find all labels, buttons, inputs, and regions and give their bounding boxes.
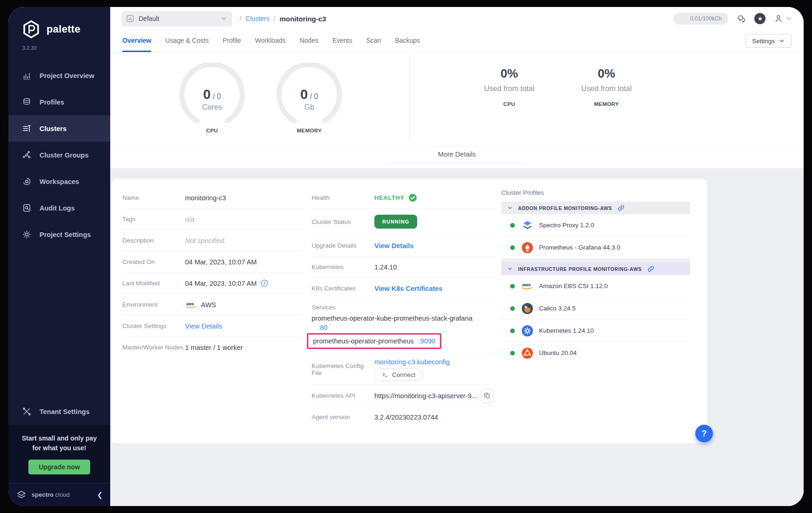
tab-workloads[interactable]: Workloads — [255, 30, 286, 52]
user-menu[interactable] — [773, 13, 792, 24]
breadcrumb-separator: / — [273, 15, 275, 22]
sidebar: palette 3.2.30 Project Overview Profiles… — [8, 7, 110, 506]
more-details-button[interactable]: More Details — [387, 151, 527, 164]
chevron-down-icon — [779, 38, 785, 44]
service-grafana-port-link[interactable]: :80 — [318, 324, 496, 331]
settings-button[interactable]: Settings — [745, 34, 792, 48]
user-icon — [773, 13, 784, 24]
master-worker-value: 1 master / 1 worker — [185, 344, 243, 351]
detail-row-created-on: Created On 04 Mar, 2023, 10:07 AM — [122, 251, 302, 273]
sidebar-item-project-settings[interactable]: Project Settings — [8, 221, 110, 248]
gauge-unit: Cores — [177, 103, 247, 112]
svg-text:aws: aws — [186, 301, 194, 306]
tab-events[interactable]: Events — [333, 30, 353, 52]
profile-item-spectro-proxy[interactable]: Spectro Proxy 1.2.0 — [501, 214, 690, 237]
detail-row-cluster-settings: Cluster Settings View Details — [122, 316, 302, 337]
detail-row-tags: Tags n/a — [122, 209, 302, 230]
help-button[interactable]: ? — [695, 425, 713, 442]
sidebar-footer: spectro cloud ❮ — [8, 483, 110, 506]
copy-icon — [484, 392, 491, 399]
tab-usage-costs[interactable]: Usage & Costs — [165, 30, 208, 52]
network-icon — [22, 150, 32, 160]
detail-row-description: Description Not specified. — [122, 230, 302, 251]
tab-nodes[interactable]: Nodes — [300, 30, 318, 52]
chat-icon[interactable] — [736, 13, 746, 24]
app-version: 3.2.30 — [22, 45, 110, 51]
breadcrumb-clusters-link[interactable]: Clusters — [246, 15, 269, 22]
star-badge-icon[interactable] — [754, 13, 765, 24]
addon-profile-section-header[interactable]: ADDON PROFILE MONITORING-AWS — [501, 202, 690, 214]
agent-version-value: 3.2.4/20230223.0744 — [374, 414, 438, 421]
details-middle-column: Health HEALTHY Cluster Status RUNNING — [312, 187, 496, 428]
info-icon[interactable] — [260, 279, 268, 287]
detail-row-last-modified: Last Modified 04 Mar, 2023, 10:07 AM — [122, 273, 302, 294]
bar-chart-icon — [22, 71, 32, 80]
footer-brand-light: cloud — [55, 491, 70, 498]
status-dot — [510, 223, 515, 228]
detail-row-health: Health HEALTHY — [312, 187, 496, 209]
footer-brand-bold: spectro — [32, 491, 53, 498]
sidebar-item-label: Audit Logs — [40, 204, 75, 212]
detail-row-nodes: Master/Worker Nodes 1 master / 1 worker — [122, 337, 302, 358]
sidebar-item-audit-logs[interactable]: Audit Logs — [8, 195, 110, 221]
gauge-sep: / — [310, 92, 312, 100]
detail-label: Name — [122, 194, 185, 201]
promo-text-line1: Start small and only pay — [13, 434, 106, 443]
sidebar-nav: Project Overview Profiles Clusters Clust… — [8, 62, 110, 248]
sidebar-item-workspaces[interactable]: Workspaces — [8, 168, 110, 195]
tools-icon — [22, 407, 32, 416]
aws-icon: aws — [521, 280, 533, 292]
detail-label: Health — [312, 194, 374, 201]
detail-label: Last Modified — [122, 280, 185, 287]
upgrade-view-details-link[interactable]: View Details — [374, 242, 413, 250]
memory-gauge: 0 / 0 Gb MEMORY — [274, 63, 344, 133]
sidebar-item-cluster-groups[interactable]: Cluster Groups — [8, 142, 110, 168]
detail-label: Cluster Status — [312, 218, 374, 225]
tab-profile[interactable]: Profile — [223, 30, 241, 52]
section-header-label: ADDON PROFILE MONITORING-AWS — [518, 205, 612, 211]
detail-row-upgrade: Upgrade Details View Details — [312, 235, 496, 256]
kubernetes-version-value: 1.24.10 — [374, 263, 397, 271]
profile-item-prometheus-grafana[interactable]: Prometheus - Grafana 44.3.0 — [501, 237, 690, 259]
sidebar-item-clusters[interactable]: Clusters — [8, 115, 110, 142]
palette-logo: palette — [8, 7, 110, 39]
copy-button[interactable] — [481, 389, 494, 403]
link-icon[interactable] — [617, 204, 625, 212]
sidebar-item-project-overview[interactable]: Project Overview — [8, 62, 110, 89]
running-status-badge[interactable]: RUNNING — [374, 215, 417, 229]
environment-text: AWS — [201, 301, 216, 309]
profile-item-kubernetes[interactable]: Kubernetes 1.24.10 — [501, 320, 690, 342]
profile-item-ubuntu[interactable]: Ubuntu 20.04 — [501, 342, 690, 364]
view-k8s-certificates-link[interactable]: View K8s Certificates — [374, 285, 442, 292]
link-icon[interactable] — [647, 265, 655, 273]
infrastructure-profile-section-header[interactable]: INFRASTRUCTURE PROFILE MONITORING-AWS — [501, 263, 690, 275]
cluster-settings-view-details-link[interactable]: View Details — [185, 322, 222, 330]
detail-label: K8s Certificates — [312, 285, 374, 292]
main-content: Default / Clusters / monitoring-c3 0.01/… — [110, 7, 804, 506]
detail-row-certificates: K8s Certificates View K8s Certificates — [312, 278, 496, 299]
topbar-actions: 0.01/100kCh — [673, 13, 792, 25]
kubeconfig-file-link[interactable]: monitoring-c3.kubeconfig — [374, 358, 450, 366]
cluster-profiles-panel: Cluster Profiles ADDON PROFILE MONITORIN… — [501, 187, 690, 364]
usage-label: CPU — [470, 101, 549, 107]
sidebar-item-label: Cluster Groups — [40, 151, 89, 159]
project-selector-dropdown[interactable]: Default — [121, 11, 232, 26]
profile-item-label: Calico 3.24.5 — [539, 305, 576, 312]
details-left-column: Name monitoring-c3 Tags n/a Description … — [122, 187, 302, 358]
profile-item-amazon-ebs-csi[interactable]: aws Amazon EBS CSI 1.12.0 — [501, 275, 690, 297]
connect-button[interactable]: Connect — [374, 368, 423, 381]
sidebar-collapse-chevron-icon[interactable]: ❮ — [97, 491, 103, 499]
cpu-gauge: 0 / 0 Cores CPU — [177, 63, 247, 133]
sidebar-item-profiles[interactable]: Profiles — [8, 89, 110, 115]
upgrade-now-button[interactable]: Upgrade now — [28, 460, 90, 474]
tab-overview[interactable]: Overview — [122, 30, 151, 52]
tab-scan[interactable]: Scan — [366, 30, 381, 52]
aws-icon: aws — [185, 301, 197, 309]
tab-backups[interactable]: Backups — [395, 30, 420, 52]
promo-text-line2: for what you use! — [13, 443, 106, 453]
sidebar-item-tenant-settings[interactable]: Tenant Settings — [8, 398, 110, 425]
detail-label: Kubernetes — [312, 263, 374, 270]
palette-hexagon-icon — [21, 20, 41, 39]
profile-item-calico[interactable]: Calico 3.24.5 — [501, 297, 690, 320]
service-prometheus-port-link[interactable]: :9090 — [419, 337, 435, 345]
